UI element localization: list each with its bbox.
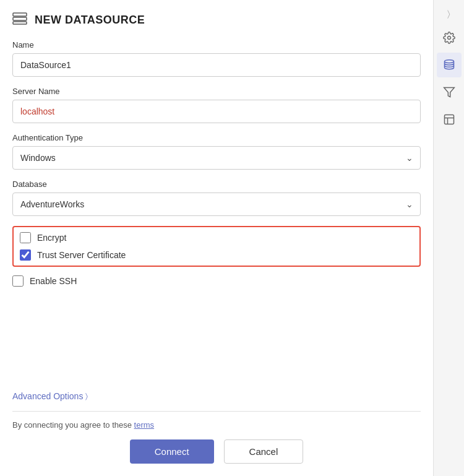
terms-link[interactable]: terms — [134, 420, 155, 430]
divider — [12, 411, 421, 412]
sidebar-expand-icon[interactable]: 〉 — [447, 9, 450, 19]
svg-rect-2 — [13, 22, 27, 24]
server-input[interactable] — [12, 100, 421, 123]
page-title: NEW DATASOURCE — [35, 14, 145, 27]
name-field-group: Name — [12, 40, 421, 77]
svg-rect-0 — [13, 13, 27, 16]
encrypt-label: Encrypt — [37, 233, 66, 243]
ssh-label: Enable SSH — [30, 276, 77, 286]
spacer — [12, 296, 421, 391]
sidebar-item-filter[interactable] — [437, 80, 462, 105]
name-label: Name — [12, 40, 421, 50]
advanced-options-label: Advanced Options — [12, 391, 83, 401]
svg-rect-6 — [444, 115, 453, 124]
trust-label: Trust Server Certificate — [37, 250, 126, 260]
svg-point-3 — [447, 37, 450, 40]
ssh-checkbox[interactable] — [12, 275, 24, 287]
advanced-options-button[interactable]: Advanced Options 〉 — [12, 391, 421, 401]
auth-select-wrapper: Windows SQL Server ⌄ — [12, 146, 421, 170]
auth-label: Authentication Type — [12, 133, 421, 142]
auth-field-group: Authentication Type Windows SQL Server ⌄ — [12, 133, 421, 170]
sidebar-item-datasource[interactable] — [437, 53, 462, 77]
datasource-icon — [12, 12, 27, 28]
header: NEW DATASOURCE — [12, 12, 421, 28]
advanced-chevron-icon: 〉 — [85, 392, 88, 400]
cancel-button[interactable]: Cancel — [224, 439, 304, 464]
trust-checkbox-item: Trust Server Certificate — [20, 249, 413, 261]
encrypt-trust-group: Encrypt Trust Server Certificate — [12, 226, 421, 267]
auth-select[interactable]: Windows SQL Server — [12, 146, 421, 170]
sidebar-item-settings[interactable] — [437, 25, 462, 50]
database-label: Database — [12, 180, 421, 189]
terms-text: By connecting you agree to these terms — [12, 420, 421, 430]
encrypt-checkbox[interactable] — [20, 232, 31, 243]
button-row: Connect Cancel — [12, 439, 421, 464]
encrypt-checkbox-item: Encrypt — [20, 232, 413, 243]
svg-point-4 — [444, 60, 453, 63]
main-panel: NEW DATASOURCE Name Server Name Authenti… — [0, 0, 433, 476]
svg-marker-5 — [444, 88, 454, 97]
database-select[interactable]: AdventureWorks — [12, 193, 421, 216]
server-label: Server Name — [12, 87, 421, 96]
database-select-wrapper: AdventureWorks ⌄ — [12, 193, 421, 216]
connect-button[interactable]: Connect — [130, 439, 214, 464]
svg-rect-1 — [13, 17, 27, 20]
sidebar: 〉 — [433, 0, 464, 476]
sidebar-item-display[interactable] — [437, 107, 462, 132]
ssh-checkbox-item: Enable SSH — [12, 275, 421, 287]
trust-checkbox[interactable] — [20, 249, 31, 261]
database-field-group: Database AdventureWorks ⌄ — [12, 180, 421, 216]
server-field-group: Server Name — [12, 87, 421, 123]
name-input[interactable] — [12, 53, 421, 77]
